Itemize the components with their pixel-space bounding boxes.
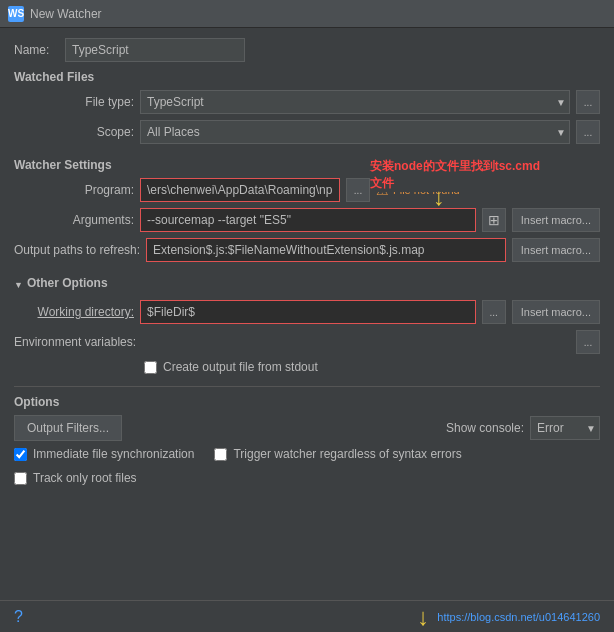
program-row: Program: ... ⚠ File not found — [14, 178, 600, 202]
watched-files-label: Watched Files — [14, 70, 600, 84]
output-paths-insert-macro-button[interactable]: Insert macro... — [512, 238, 600, 262]
arguments-input[interactable] — [140, 208, 476, 232]
working-directory-input[interactable] — [140, 300, 476, 324]
working-directory-dots-button[interactable]: ... — [482, 300, 506, 324]
expand-triangle-icon: ▼ — [14, 280, 23, 290]
show-console-area: Show console: Error Always Never ▼ — [446, 416, 600, 440]
url-text: https://blog.csdn.net/u014641260 — [437, 611, 600, 623]
options-content: Output Filters... Show console: Error Al… — [14, 415, 600, 489]
scope-select[interactable]: All Places — [140, 120, 570, 144]
bottom-arrow-icon: ↓ — [417, 603, 429, 631]
dialog-content: Name: Watched Files File type: TypeScrip… — [0, 28, 614, 600]
trigger-watcher-checkbox[interactable] — [214, 448, 227, 461]
env-vars-label: Environment variables: — [14, 335, 136, 349]
arguments-insert-macro-button[interactable]: Insert macro... — [512, 208, 600, 232]
file-type-dots-button[interactable]: ... — [576, 90, 600, 114]
bottom-bar: ? ↓ https://blog.csdn.net/u014641260 — [0, 600, 614, 632]
help-icon[interactable]: ? — [14, 608, 23, 626]
file-type-label: File type: — [14, 95, 134, 109]
output-paths-row: Output paths to refresh: Insert macro... — [14, 238, 600, 262]
track-root-label: Track only root files — [33, 471, 137, 485]
scope-label: Scope: — [14, 125, 134, 139]
app-icon: WS — [8, 6, 24, 22]
create-output-checkbox[interactable] — [144, 361, 157, 374]
warning-text: File not found — [393, 184, 460, 196]
options-row2: Immediate file synchronization Trigger w… — [14, 447, 600, 465]
arguments-row: Arguments: ⊞ Insert macro... — [14, 208, 600, 232]
other-options-header: ▼ Other Options — [14, 276, 600, 294]
env-vars-dots-button[interactable]: ... — [576, 330, 600, 354]
show-console-label: Show console: — [446, 421, 524, 435]
file-not-found-warning: ⚠ File not found — [376, 182, 460, 198]
options-section: Options Output Filters... Show console: … — [14, 386, 600, 489]
working-directory-insert-macro-button[interactable]: Insert macro... — [512, 300, 600, 324]
file-type-row: File type: TypeScript ▼ ... — [14, 90, 600, 114]
watcher-settings-label: Watcher Settings — [14, 158, 600, 172]
scope-dots-button[interactable]: ... — [576, 120, 600, 144]
name-label: Name: — [14, 43, 59, 57]
name-input[interactable] — [65, 38, 245, 62]
track-root-checkbox[interactable] — [14, 472, 27, 485]
other-options-section: ▼ Other Options Working directory: ... I… — [14, 276, 600, 378]
options-label: Options — [14, 395, 600, 409]
other-options-label: Other Options — [27, 276, 108, 290]
program-label: Program: — [14, 183, 134, 197]
scope-row: Scope: All Places ▼ ... — [14, 120, 600, 144]
output-paths-label: Output paths to refresh: — [14, 243, 140, 257]
trigger-watcher-label: Trigger watcher regardless of syntax err… — [233, 447, 461, 461]
environment-variables-row: Environment variables: ... — [14, 330, 600, 354]
create-output-label: Create output file from stdout — [163, 360, 318, 374]
new-watcher-dialog: WS New Watcher Name: Watched Files File … — [0, 0, 614, 632]
working-directory-label: Working directory: — [14, 305, 134, 319]
warning-icon: ⚠ — [376, 182, 389, 198]
watcher-settings-section: Watcher Settings 安装node的文件里找到tsc.cmd文件 ↓… — [14, 158, 600, 268]
immediate-sync-row: Immediate file synchronization — [14, 447, 194, 461]
arguments-expand-button[interactable]: ⊞ — [482, 208, 506, 232]
file-type-select[interactable]: TypeScript — [140, 90, 570, 114]
track-root-row: Track only root files — [14, 471, 137, 485]
output-paths-input[interactable] — [146, 238, 506, 262]
options-row3: Track only root files — [14, 471, 600, 489]
watched-files-section: Watched Files File type: TypeScript ▼ ..… — [14, 70, 600, 150]
dialog-title: New Watcher — [30, 7, 102, 21]
immediate-sync-checkbox[interactable] — [14, 448, 27, 461]
title-bar: WS New Watcher — [0, 0, 614, 28]
output-filters-button[interactable]: Output Filters... — [14, 415, 122, 441]
scope-select-wrapper: All Places ▼ — [140, 120, 570, 144]
program-input[interactable] — [140, 178, 340, 202]
working-directory-row: Working directory: ... Insert macro... — [14, 300, 600, 324]
trigger-watcher-row: Trigger watcher regardless of syntax err… — [214, 447, 461, 461]
console-select-wrapper: Error Always Never ▼ — [530, 416, 600, 440]
immediate-sync-label: Immediate file synchronization — [33, 447, 194, 461]
program-dots-button[interactable]: ... — [346, 178, 370, 202]
console-select[interactable]: Error Always Never — [530, 416, 600, 440]
create-output-row: Create output file from stdout — [144, 360, 600, 374]
name-row: Name: — [14, 38, 600, 62]
file-type-select-wrapper: TypeScript ▼ — [140, 90, 570, 114]
arguments-label: Arguments: — [14, 213, 134, 227]
options-row1: Output Filters... Show console: Error Al… — [14, 415, 600, 441]
